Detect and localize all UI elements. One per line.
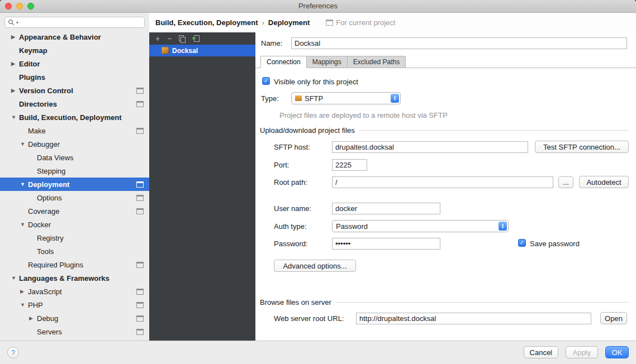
auth-type-selected-value: Password <box>336 222 368 231</box>
cancel-button[interactable]: Cancel <box>524 346 558 358</box>
sidebar-item-registry[interactable]: Registry <box>0 231 149 245</box>
project-settings-icon <box>136 181 144 188</box>
sidebar-item-php[interactable]: ▼PHP <box>0 298 149 312</box>
type-select[interactable]: SFTP ▲▼ <box>291 92 401 104</box>
web-root-label: Web server root URL: <box>274 314 344 323</box>
auth-type-label: Auth type: <box>274 222 307 231</box>
sidebar-item-required-plugins[interactable]: Required Plugins <box>0 258 149 271</box>
titlebar: Preferences <box>0 0 636 13</box>
servers-toolbar: + − <box>149 32 255 45</box>
user-name-input[interactable] <box>332 203 440 214</box>
autodetect-button[interactable]: Autodetect <box>579 176 629 188</box>
project-settings-icon <box>136 262 144 268</box>
chevron-down-icon[interactable]: ▼ <box>11 275 19 281</box>
sidebar-item-appearance-behavior[interactable]: ▶Appearance & Behavior <box>0 30 149 44</box>
tab-strip: Connection Mappings Excluded Paths <box>260 56 406 68</box>
sidebar-item-coverage[interactable]: Coverage <box>0 204 149 218</box>
name-label: Name: <box>261 39 282 47</box>
web-root-input[interactable] <box>356 313 591 324</box>
name-input[interactable] <box>291 37 627 49</box>
server-list-item-docksal[interactable]: Docksal <box>149 45 255 56</box>
scope-note: For current project <box>326 18 395 27</box>
chevron-right-icon[interactable]: ▶ <box>20 289 28 294</box>
browse-section-header: Browse files on server <box>260 298 629 306</box>
sidebar-item-plugins[interactable]: Plugins <box>0 70 149 84</box>
advanced-options-button[interactable]: Advanced options... <box>274 260 356 272</box>
open-button[interactable]: Open <box>600 312 627 324</box>
root-path-label: Root path: <box>274 178 307 186</box>
browse-root-path-button[interactable]: ... <box>558 176 573 188</box>
chevron-down-icon[interactable]: ▼ <box>20 181 28 187</box>
save-password-checkbox[interactable]: ✓ <box>518 239 526 247</box>
project-settings-icon <box>136 315 144 322</box>
sidebar-item-keymap[interactable]: Keymap <box>0 44 149 57</box>
help-button[interactable]: ? <box>7 347 19 358</box>
visible-only-checkbox[interactable]: ✓ <box>262 77 270 85</box>
item-label: Registry <box>37 234 64 242</box>
sftp-icon <box>295 95 302 101</box>
port-input[interactable] <box>332 159 367 171</box>
save-password-label: Save password <box>530 240 580 248</box>
project-settings-icon <box>136 208 144 214</box>
sidebar-item-debug[interactable]: ▶Debug <box>0 312 149 325</box>
search-history-arrow-icon[interactable]: ▾ <box>16 20 18 25</box>
zoom-button[interactable] <box>27 3 34 9</box>
sidebar-item-docker[interactable]: ▼Docker <box>0 218 149 231</box>
chevron-down-icon[interactable]: ▼ <box>11 114 19 120</box>
import-server-icon[interactable] <box>192 35 199 42</box>
server-name: Docksal <box>172 47 198 55</box>
sidebar-item-deployment[interactable]: ▼Deployment <box>0 178 149 191</box>
add-server-button[interactable]: + <box>155 35 160 42</box>
preferences-window: Preferences ▾ ▶Appearance & Behavior Key… <box>0 0 636 364</box>
project-settings-icon <box>136 195 144 201</box>
server-icon <box>162 47 169 54</box>
chevron-right-icon[interactable]: ▶ <box>11 88 19 93</box>
stepper-down-icon: ▼ <box>393 98 397 101</box>
item-label: Options <box>37 194 62 202</box>
chevron-down-icon[interactable]: ▼ <box>20 302 28 308</box>
sidebar-item-javascript[interactable]: ▶JavaScript <box>0 285 149 298</box>
sidebar-item-data-views[interactable]: Data Views <box>0 151 149 164</box>
user-name-label: User name: <box>274 204 311 213</box>
sidebar-item-debugger[interactable]: ▼Debugger <box>0 137 149 151</box>
settings-search-input[interactable]: ▾ <box>4 17 145 28</box>
auth-type-select[interactable]: Password ▲▼ <box>332 220 509 232</box>
sidebar-item-editor[interactable]: ▶Editor <box>0 57 149 70</box>
project-scope-icon <box>326 20 333 26</box>
chevron-right-icon[interactable]: ▶ <box>29 315 37 321</box>
sidebar-item-directories[interactable]: Directories <box>0 97 149 111</box>
sidebar-item-stepping[interactable]: Stepping <box>0 164 149 178</box>
sidebar-item-servers[interactable]: Servers <box>0 325 149 338</box>
tab-mappings[interactable]: Mappings <box>306 56 348 68</box>
remove-server-button[interactable]: − <box>167 35 172 42</box>
tab-excluded-paths[interactable]: Excluded Paths <box>347 56 406 68</box>
minimize-button[interactable] <box>16 3 23 9</box>
project-settings-icon <box>136 128 144 134</box>
copy-server-icon[interactable] <box>179 35 185 42</box>
tab-connection[interactable]: Connection <box>260 56 307 68</box>
password-input[interactable] <box>332 238 440 250</box>
apply-button[interactable]: Apply <box>566 346 598 358</box>
ok-button[interactable]: OK <box>605 346 629 358</box>
sftp-host-input[interactable] <box>332 141 528 153</box>
sidebar-item-tools[interactable]: Tools <box>0 245 149 258</box>
dropdown-stepper-icon[interactable]: ▲▼ <box>499 222 507 231</box>
item-label: Docker <box>28 221 51 229</box>
sidebar-item-build-execution-deployment[interactable]: ▼Build, Execution, Deployment <box>0 111 149 124</box>
visible-only-label: Visible only for this project <box>274 78 358 86</box>
dropdown-stepper-icon[interactable]: ▲▼ <box>391 94 399 103</box>
sidebar-item-options[interactable]: Options <box>0 191 149 204</box>
breadcrumb-parent[interactable]: Build, Execution, Deployment <box>155 18 258 27</box>
item-label: Coverage <box>28 207 59 215</box>
sidebar-item-version-control[interactable]: ▶Version Control <box>0 84 149 97</box>
test-connection-button[interactable]: Test SFTP connection... <box>535 141 629 153</box>
chevron-right-icon[interactable]: ▶ <box>11 61 19 66</box>
chevron-down-icon[interactable]: ▼ <box>20 141 28 147</box>
sidebar-item-languages-frameworks[interactable]: ▼Languages & Frameworks <box>0 271 149 285</box>
chevron-right-icon[interactable]: ▶ <box>11 34 19 40</box>
root-path-input[interactable] <box>332 176 553 188</box>
chevron-down-icon[interactable]: ▼ <box>20 222 28 227</box>
sidebar-item-make[interactable]: Make <box>0 124 149 137</box>
item-label: Version Control <box>19 87 73 95</box>
close-button[interactable] <box>5 3 12 9</box>
